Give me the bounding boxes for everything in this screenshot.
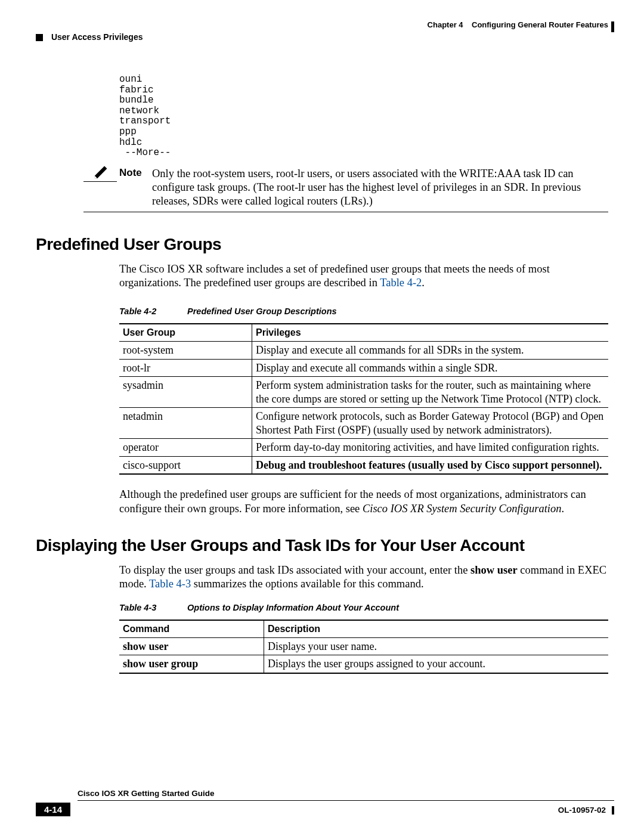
- para-after-table1: Although the predefined user groups are …: [119, 488, 608, 515]
- table-show-user-options: Command Description show userDisplays yo…: [119, 620, 608, 674]
- chapter-num: Chapter 4: [428, 20, 463, 29]
- col-command: Command: [119, 620, 264, 638]
- table-title: Options to Display Information About You…: [187, 603, 399, 612]
- running-header-right: Chapter 4 Configuring General Router Fea…: [428, 20, 608, 29]
- cell-group: cisco-support: [119, 456, 252, 474]
- table-num: Table 4-3: [119, 603, 185, 612]
- footer-doc-title: Cisco IOS XR Getting Started Guide: [78, 789, 614, 798]
- cell-priv: Perform system administration tasks for …: [252, 377, 609, 408]
- chapter-title: Configuring General Router Features: [472, 20, 608, 29]
- table-row: show userDisplays your user name.: [119, 637, 608, 655]
- table-4-2-caption: Table 4-2 Predefined User Group Descript…: [119, 306, 608, 316]
- para-intro-2: To display the user groups and task IDs …: [119, 563, 608, 591]
- cell-group: root-lr: [119, 359, 252, 377]
- cell-priv: Display and execute all commands for all…: [252, 342, 609, 360]
- page-number: 4-14: [36, 803, 70, 816]
- cell-priv: Display and execute all commands within …: [252, 359, 609, 377]
- para-text: The Cisco IOS XR software includes a set…: [119, 263, 550, 289]
- note-block: Note Only the root-system users, root-lr…: [83, 165, 608, 212]
- heading-predefined-user-groups: Predefined User Groups: [36, 235, 608, 254]
- cell-desc: Displays the user groups assigned to you…: [264, 655, 609, 673]
- note-text: Only the root-system users, root-lr user…: [152, 165, 608, 208]
- cell-group: root-system: [119, 342, 252, 360]
- para-text: summarizes the options available for thi…: [191, 578, 423, 590]
- header-right-bar: [611, 21, 614, 32]
- para-text: .: [561, 503, 564, 515]
- table-4-2-link[interactable]: Table 4-2: [380, 277, 422, 289]
- table-4-3-link[interactable]: Table 4-3: [149, 578, 191, 590]
- table-row: root-systemDisplay and execute all comma…: [119, 342, 608, 360]
- table-row: show user groupDisplays the user groups …: [119, 655, 608, 673]
- table-predefined-user-groups: User Group Privileges root-systemDisplay…: [119, 323, 608, 475]
- table-4-3-caption: Table 4-3 Options to Display Information…: [119, 603, 608, 612]
- cell-priv: Configure network protocols, such as Bor…: [252, 408, 609, 439]
- header-square-icon: [36, 34, 43, 41]
- cell-priv: Perform day-to-day monitoring activities…: [252, 439, 609, 457]
- note-label: Note: [119, 165, 152, 179]
- para-intro-1: The Cisco IOS XR software includes a set…: [119, 262, 608, 290]
- cell-cmd: show user group: [119, 655, 264, 673]
- table-row: cisco-supportDebug and troubleshoot feat…: [119, 456, 608, 474]
- para-text: .: [422, 277, 425, 289]
- cell-priv: Debug and troubleshoot features (usually…: [252, 456, 609, 474]
- col-description: Description: [264, 620, 609, 638]
- table-num: Table 4-2: [119, 306, 185, 316]
- running-header-left: User Access Privileges: [36, 32, 143, 42]
- section-nav: User Access Privileges: [51, 32, 143, 42]
- cell-cmd: show user: [119, 637, 264, 655]
- note-pencil-icon: [83, 165, 119, 184]
- doc-id: OL-10957-02: [558, 806, 606, 815]
- command-bold: show user: [470, 564, 518, 576]
- table-title: Predefined User Group Descriptions: [187, 306, 337, 316]
- table-row: operatorPerform day-to-day monitoring ac…: [119, 439, 608, 457]
- table-row: netadminConfigure network protocols, suc…: [119, 408, 608, 439]
- cell-group: netadmin: [119, 408, 252, 439]
- para-text: To display the user groups and task IDs …: [119, 564, 470, 576]
- table-row: root-lrDisplay and execute all commands …: [119, 359, 608, 377]
- doc-ref-italic: Cisco IOS XR System Security Configurati…: [363, 503, 561, 515]
- page-footer: Cisco IOS XR Getting Started Guide 4-14 …: [36, 789, 614, 816]
- col-user-group: User Group: [119, 324, 252, 342]
- heading-displaying-user-groups: Displaying the User Groups and Task IDs …: [36, 536, 608, 555]
- col-privileges: Privileges: [252, 324, 609, 342]
- cell-desc: Displays your user name.: [264, 637, 609, 655]
- cli-output: ouni fabric bundle network transport ppp…: [119, 75, 608, 159]
- table-row: sysadminPerform system administration ta…: [119, 377, 608, 408]
- footer-bar-icon: [612, 806, 614, 815]
- cell-group: sysadmin: [119, 377, 252, 408]
- cell-group: operator: [119, 439, 252, 457]
